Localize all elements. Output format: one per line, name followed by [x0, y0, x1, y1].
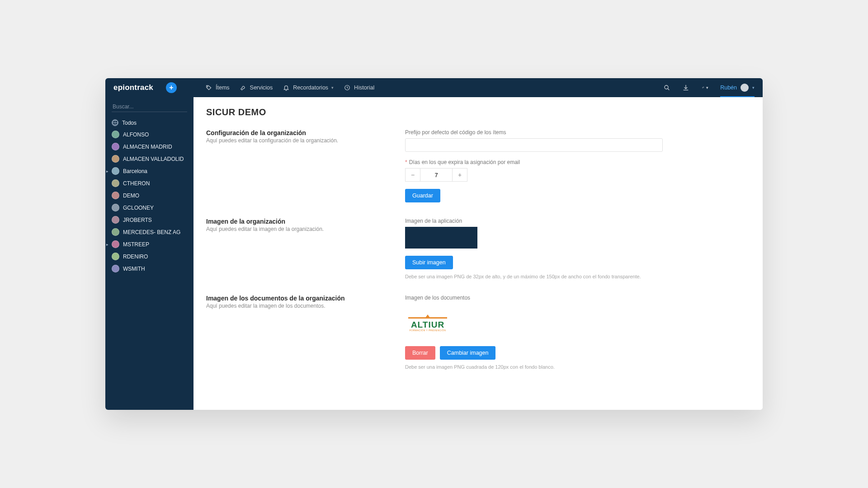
prefix-label: Prefijo por defecto del código de los ít… [405, 129, 663, 136]
sidebar-item-label: ALMACEN MADRID [123, 144, 172, 150]
body: TodosALFONSOALMACEN MADRIDALMACEN VALLAD… [105, 97, 763, 410]
gear-icon[interactable]: ▾ [701, 84, 708, 91]
page-title: SICUR DEMO [206, 107, 750, 117]
delete-image-button[interactable]: Borrar [405, 346, 435, 360]
doc-logo-bar-icon [408, 317, 447, 319]
sidebar-item[interactable]: ▸MSTREEP [105, 239, 193, 250]
avatar-icon [112, 143, 119, 150]
avatar-icon [112, 155, 119, 163]
caret-right-icon: ▸ [106, 169, 108, 174]
avatar-icon [112, 240, 119, 248]
expire-stepper: − + [405, 168, 663, 182]
sidebar-item-label: DEMO [123, 192, 139, 199]
sidebar-item[interactable]: ALMACEN MADRID [105, 141, 193, 152]
svg-point-0 [207, 86, 208, 87]
sidebar-item-label: JROBERTS [123, 217, 152, 223]
section-org-image: Imagen de la organización Aquí puedes ed… [206, 218, 750, 279]
stepper-increment[interactable]: + [452, 168, 467, 182]
doc-logo-text: ALTIUR [408, 320, 447, 329]
expire-input[interactable] [420, 168, 452, 182]
sidebar-item[interactable]: WSMITH [105, 263, 193, 274]
search-input[interactable] [112, 102, 187, 112]
sidebar-item-label: GCLOONEY [123, 205, 154, 211]
doc-image-label: Imagen de los documentos [405, 295, 663, 301]
avatar-icon [112, 265, 119, 272]
tag-icon [205, 84, 212, 91]
svg-point-1 [665, 85, 668, 89]
brand: epiontrack + [105, 82, 193, 93]
nav-history[interactable]: Historial [344, 84, 374, 91]
sidebar-item-label: MERCEDES- BENZ AG [123, 229, 180, 235]
upload-image-button[interactable]: Subir imagen [405, 256, 453, 269]
history-icon [344, 84, 351, 91]
add-button[interactable]: + [166, 82, 177, 93]
topbar: epiontrack + Ítems Servicios [105, 78, 763, 97]
sidebar-item[interactable]: DEMO [105, 190, 193, 201]
doc-image-preview: ALTIUR FORMACIÓN Y PREVENCIÓN [405, 305, 450, 343]
stepper-decrement[interactable]: − [405, 168, 420, 182]
sidebar-item[interactable]: RDENIRO [105, 251, 193, 262]
avatar-icon [112, 192, 119, 199]
doc-image-section-title: Imagen de los documentos de la organizac… [206, 295, 387, 302]
avatar-icon [112, 228, 119, 236]
sidebar-item-label: MSTREEP [123, 241, 149, 248]
org-image-title: Imagen de la organización [206, 218, 387, 225]
expire-label: *Días en los que expira la asignación po… [405, 159, 663, 165]
sidebar-item-label: CTHERON [123, 180, 150, 187]
download-icon[interactable] [682, 84, 689, 91]
org-config-desc: Aquí puedes editar la configuración de l… [206, 137, 387, 144]
nav-reminders[interactable]: Recordatorios ▾ [283, 84, 334, 91]
doc-image-hint: Debe ser una imagen PNG cuadrada de 120p… [405, 364, 663, 370]
sidebar-item-label: ALFONSO [123, 131, 149, 138]
app-image-preview [405, 227, 477, 249]
sidebar-list: TodosALFONSOALMACEN MADRIDALMACEN VALLAD… [105, 117, 193, 274]
sidebar-item-label: Todos [122, 120, 137, 126]
sidebar-item[interactable]: GCLOONEY [105, 202, 193, 213]
sidebar-item[interactable]: ALMACEN VALLADOLID [105, 153, 193, 164]
sidebar-item[interactable]: JROBERTS [105, 214, 193, 225]
sidebar-item-label: WSMITH [123, 266, 145, 272]
sidebar-item[interactable]: ▸Barcelona [105, 165, 193, 177]
caret-right-icon: ▸ [106, 242, 108, 247]
org-config-title: Configuración de la organización [206, 129, 387, 136]
nav-reminders-label: Recordatorios [293, 84, 328, 91]
app-window: epiontrack + Ítems Servicios [105, 78, 763, 410]
topbar-actions: ▾ Rubén ▾ [663, 78, 763, 97]
section-doc-image: Imagen de los documentos de la organizac… [206, 295, 750, 370]
sidebar-item[interactable]: CTHERON [105, 178, 193, 189]
chevron-down-icon: ▾ [752, 85, 755, 90]
save-button[interactable]: Guardar [405, 189, 440, 202]
nav-items-label: Ítems [216, 84, 230, 91]
sidebar-item[interactable]: Todos [105, 117, 193, 128]
sidebar-item[interactable]: ALFONSO [105, 129, 193, 140]
plus-icon: + [169, 84, 174, 92]
sidebar: TodosALFONSOALMACEN MADRIDALMACEN VALLAD… [105, 97, 193, 410]
search-icon[interactable] [663, 84, 670, 91]
avatar-icon [112, 253, 119, 260]
sidebar-item[interactable]: MERCEDES- BENZ AG [105, 226, 193, 238]
avatar-icon [112, 131, 119, 138]
expire-label-text: Días en los que expira la asignación por… [409, 159, 520, 165]
svg-point-2 [703, 87, 703, 88]
main-nav: Ítems Servicios Recordatorios ▾ Histori [205, 84, 374, 91]
doc-logo: ALTIUR FORMACIÓN Y PREVENCIÓN [408, 317, 447, 332]
nav-services-label: Servicios [250, 84, 273, 91]
user-menu[interactable]: Rubén ▾ [720, 78, 755, 97]
sidebar-item-label: Barcelona [123, 168, 147, 174]
brand-text: epiontrack [113, 83, 153, 92]
avatar-icon [112, 204, 119, 211]
nav-services[interactable]: Servicios [240, 84, 273, 91]
wrench-icon [240, 84, 247, 91]
app-image-label: Imagen de la aplicación [405, 218, 663, 224]
change-image-button[interactable]: Cambiar imagen [440, 346, 496, 360]
chevron-down-icon: ▾ [706, 85, 708, 90]
nav-items[interactable]: Ítems [205, 84, 230, 91]
avatar-icon [112, 167, 119, 175]
user-name: Rubén [720, 84, 737, 91]
globe-icon [112, 119, 118, 126]
main-content: SICUR DEMO Configuración de la organizac… [193, 97, 763, 410]
required-star: * [405, 159, 407, 165]
chevron-down-icon: ▾ [331, 85, 334, 90]
avatar-icon [112, 216, 119, 224]
prefix-input[interactable] [405, 138, 663, 152]
